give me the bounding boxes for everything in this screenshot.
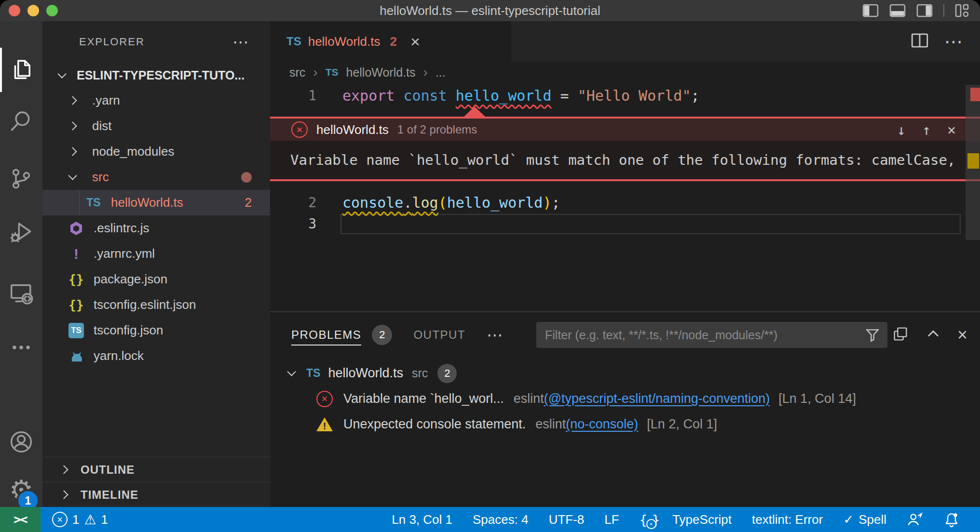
activity-item-run-and-debug-icon[interactable] (0, 209, 42, 255)
chevron-right-icon: › (423, 65, 428, 80)
open-in-editor-icon[interactable] (892, 325, 909, 345)
customize-layout-icon[interactable] (955, 4, 969, 17)
code-line-3[interactable]: 3 (270, 213, 980, 234)
sidebar-title: EXPLORER (79, 36, 145, 48)
warning-icon: ! (316, 417, 333, 431)
tree-file-tsconfig-eslint-json[interactable]: {}tsconfig.eslint.json (42, 292, 270, 318)
tree-item-label: .yarnrc.yml (94, 246, 155, 261)
chevron-right-icon: › (313, 65, 317, 80)
tab-problems[interactable]: PROBLEMS (291, 319, 361, 351)
activity-item-search-icon[interactable] (0, 98, 42, 144)
status-eol[interactable]: LF (604, 512, 619, 527)
problem-row-warning[interactable]: !Unexpected console statement.eslint(no-… (270, 412, 980, 437)
tree-file-helloworld-ts[interactable]: TShelloWorld.ts2 (42, 190, 270, 215)
tree-folder-src[interactable]: src (42, 164, 270, 190)
line-number: 2 (270, 195, 316, 211)
previous-problem-icon[interactable]: ↑ (922, 121, 931, 138)
close-panel-icon[interactable]: × (957, 326, 967, 344)
activity-item-source-control-icon[interactable] (0, 156, 42, 202)
next-problem-icon[interactable]: ↓ (897, 121, 906, 138)
tree-folder-dist[interactable]: dist (42, 113, 270, 139)
tab-helloworld[interactable]: TS helloWorld.ts 2 × (270, 21, 511, 62)
problem-count-badge: 2 (245, 195, 252, 210)
overview-ruler-warning-mark (967, 153, 979, 169)
project-root-label: ESLINT-TYPESCRIPT-TUTO... (77, 68, 245, 82)
status-spell[interactable]: ✓ Spell (843, 512, 886, 527)
activity-item-remote-explorer-icon[interactable] (0, 270, 42, 317)
project-root-row[interactable]: ESLINT-TYPESCRIPT-TUTO... (42, 63, 270, 88)
line-number: 1 (270, 88, 316, 104)
tree-folder--yarn[interactable]: .yarn (42, 88, 270, 113)
breadcrumb-file[interactable]: helloWorld.ts (346, 66, 416, 80)
tab-close-icon[interactable]: × (410, 33, 420, 50)
problems-group-badge: 2 (437, 364, 457, 383)
tab-problem-count: 2 (390, 34, 396, 49)
status-problems[interactable]: × 1 ⚠ 1 (52, 512, 108, 528)
problems-file-group[interactable]: TS helloWorld.ts src 2 (270, 360, 980, 386)
maximize-panel-icon[interactable] (925, 325, 942, 345)
chevron-down-icon (287, 367, 296, 376)
activity-item-settings-icon[interactable]: ⚙1 (0, 467, 42, 513)
problems-group-file: helloWorld.ts (328, 366, 403, 381)
chevron-right-icon (68, 121, 77, 130)
activity-item-more-views-icon[interactable] (0, 324, 42, 371)
timeline-label: TIMELINE (81, 488, 138, 502)
split-editor-icon[interactable] (910, 30, 930, 53)
status-encoding[interactable]: UTF-8 (549, 512, 585, 527)
toggle-secondary-sidebar-icon[interactable] (916, 4, 933, 17)
tree-file-package-json[interactable]: {}package.json (42, 266, 270, 292)
status-language-mode[interactable]: {}× TypeScript (640, 512, 732, 527)
problem-rule-link[interactable]: (no-console) (566, 417, 638, 432)
json-file-icon: {} (66, 272, 87, 287)
outline-label: OUTLINE (81, 463, 135, 477)
peek-error-message[interactable]: Variable name `hello_world` must match o… (290, 152, 955, 168)
tree-file-yarn-lock[interactable]: yarn.lock (42, 343, 270, 369)
activity-item-explorer-icon[interactable] (0, 47, 42, 93)
status-indentation[interactable]: Spaces: 4 (473, 512, 529, 527)
code-line-2[interactable]: 2console.log(hello_world); (270, 192, 980, 213)
filter-icon (864, 327, 881, 343)
problems-group-path: src (412, 366, 428, 380)
panel-more-tabs-icon[interactable]: ⋯ (487, 325, 503, 345)
code-editor[interactable]: 1export const hello_world = "Hello World… (270, 83, 980, 311)
tab-output[interactable]: OUTPUT (413, 319, 465, 351)
status-textlint[interactable]: textlint: Error (752, 512, 823, 527)
tree-file--yarnrc-yml[interactable]: !.yarnrc.yml (42, 241, 270, 266)
code-line-1[interactable]: 1export const hello_world = "Hello World… (270, 85, 980, 106)
explorer-more-actions-icon[interactable]: ⋯ (232, 32, 249, 52)
check-icon: ✓ (843, 512, 854, 527)
tree-item-label: yarn.lock (94, 348, 144, 363)
sidebar-section-outline[interactable]: OUTLINE (42, 457, 270, 482)
json-file-icon: {} (66, 298, 87, 312)
chevron-right-icon (59, 465, 68, 474)
vscode-window: helloWorld.ts — eslint-typescript-tutori… (0, 0, 980, 532)
problem-row-error[interactable]: ×Variable name `hello_worl...eslint(@typ… (270, 386, 980, 412)
tree-item-label: node_modules (92, 144, 175, 159)
typescript-file-icon: TS (326, 66, 339, 78)
problems-filter-input[interactable] (536, 328, 864, 343)
window-title: helloWorld.ts — eslint-typescript-tutori… (0, 0, 980, 21)
breadcrumb-symbol[interactable]: ... (436, 66, 446, 80)
error-icon: × (52, 512, 68, 527)
activity-item-accounts-icon[interactable] (0, 419, 42, 465)
toggle-panel-icon[interactable] (889, 4, 906, 17)
problem-source: eslint (514, 391, 544, 406)
tree-file-tsconfig-json[interactable]: TStsconfig.json (42, 318, 270, 343)
peek-close-icon[interactable]: × (947, 121, 956, 138)
editor-more-actions-icon[interactable]: ⋯ (944, 31, 963, 52)
status-cursor-position[interactable]: Ln 3, Col 1 (392, 512, 452, 527)
feedback-icon[interactable] (907, 511, 923, 528)
tree-file--eslintrc-js[interactable]: .eslintrc.js (42, 215, 270, 241)
remote-indicator[interactable]: >< (0, 507, 41, 532)
toggle-sidebar-icon[interactable] (862, 4, 879, 17)
problem-rule-link[interactable]: (@typescript-eslint/naming-convention) (544, 391, 770, 406)
sidebar-section-timeline[interactable]: TIMELINE (42, 482, 270, 507)
tree-folder-node-modules[interactable]: node_modules (42, 139, 270, 164)
layout-controls (862, 0, 969, 21)
notifications-bell-icon[interactable] (943, 511, 960, 528)
modified-dot (241, 172, 252, 183)
editor-tab-bar: TS helloWorld.ts 2 × ⋯ (270, 21, 980, 62)
tab-label: helloWorld.ts (308, 34, 381, 49)
typescript-file-icon: TS (306, 367, 320, 380)
breadcrumb-folder[interactable]: src (289, 66, 305, 80)
